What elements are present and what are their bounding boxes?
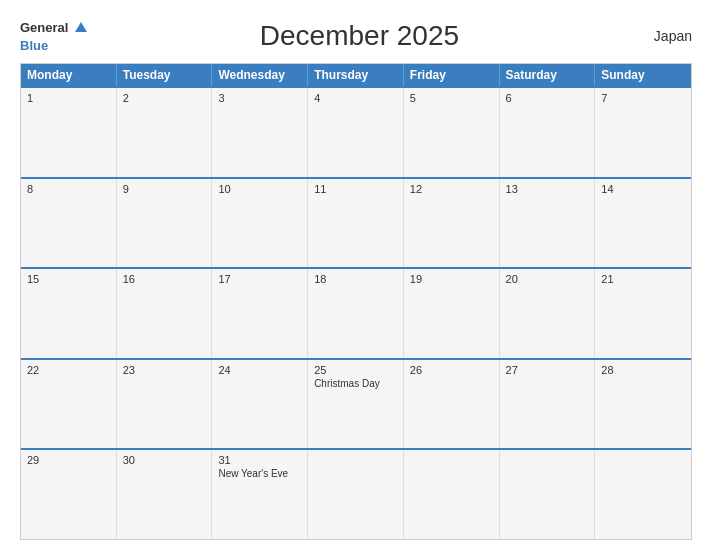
day-number: 18	[314, 273, 397, 285]
calendar-cell: 13	[500, 179, 596, 268]
calendar-cell	[404, 450, 500, 539]
header-sunday: Sunday	[595, 64, 691, 86]
day-number: 21	[601, 273, 685, 285]
calendar-cell: 21	[595, 269, 691, 358]
calendar-cell: 20	[500, 269, 596, 358]
day-number: 1	[27, 92, 110, 104]
calendar-cell: 10	[212, 179, 308, 268]
day-number: 7	[601, 92, 685, 104]
calendar-cell: 26	[404, 360, 500, 449]
header-tuesday: Tuesday	[117, 64, 213, 86]
day-number: 24	[218, 364, 301, 376]
calendar-page: General Blue December 2025 Japan Monday …	[0, 0, 712, 550]
header-saturday: Saturday	[500, 64, 596, 86]
day-number: 27	[506, 364, 589, 376]
calendar-cell: 17	[212, 269, 308, 358]
calendar-week-4: 22232425Christmas Day262728	[21, 358, 691, 449]
calendar-cell: 11	[308, 179, 404, 268]
calendar-cell: 2	[117, 88, 213, 177]
country-label: Japan	[632, 28, 692, 44]
calendar-cell: 24	[212, 360, 308, 449]
day-number: 14	[601, 183, 685, 195]
calendar-cell: 30	[117, 450, 213, 539]
calendar-cell: 16	[117, 269, 213, 358]
calendar-week-3: 15161718192021	[21, 267, 691, 358]
calendar-cell: 29	[21, 450, 117, 539]
header-thursday: Thursday	[308, 64, 404, 86]
header-wednesday: Wednesday	[212, 64, 308, 86]
header: General Blue December 2025 Japan	[20, 18, 692, 53]
calendar-cell: 25Christmas Day	[308, 360, 404, 449]
day-number: 19	[410, 273, 493, 285]
calendar-cell: 8	[21, 179, 117, 268]
calendar-cell	[595, 450, 691, 539]
calendar-cell: 1	[21, 88, 117, 177]
calendar-grid: Monday Tuesday Wednesday Thursday Friday…	[20, 63, 692, 540]
day-number: 20	[506, 273, 589, 285]
day-number: 16	[123, 273, 206, 285]
logo-blue: Blue	[20, 38, 48, 53]
day-number: 3	[218, 92, 301, 104]
calendar-cell: 3	[212, 88, 308, 177]
day-event: Christmas Day	[314, 378, 397, 389]
day-number: 17	[218, 273, 301, 285]
day-number: 8	[27, 183, 110, 195]
day-number: 15	[27, 273, 110, 285]
calendar-cell: 27	[500, 360, 596, 449]
calendar-title: December 2025	[87, 20, 632, 52]
calendar-cell: 14	[595, 179, 691, 268]
calendar-cell: 22	[21, 360, 117, 449]
day-number: 26	[410, 364, 493, 376]
calendar-cell: 15	[21, 269, 117, 358]
calendar-cell: 12	[404, 179, 500, 268]
day-number: 12	[410, 183, 493, 195]
calendar-header: Monday Tuesday Wednesday Thursday Friday…	[21, 64, 691, 86]
calendar-cell: 23	[117, 360, 213, 449]
calendar-cell	[308, 450, 404, 539]
logo: General Blue	[20, 18, 87, 53]
calendar-cell: 4	[308, 88, 404, 177]
day-number: 5	[410, 92, 493, 104]
calendar-week-5: 293031New Year's Eve	[21, 448, 691, 539]
header-monday: Monday	[21, 64, 117, 86]
day-number: 13	[506, 183, 589, 195]
day-number: 4	[314, 92, 397, 104]
calendar-cell: 9	[117, 179, 213, 268]
day-number: 29	[27, 454, 110, 466]
calendar-cell: 18	[308, 269, 404, 358]
day-number: 23	[123, 364, 206, 376]
day-number: 11	[314, 183, 397, 195]
calendar-cell: 31New Year's Eve	[212, 450, 308, 539]
day-number: 25	[314, 364, 397, 376]
calendar-cell: 6	[500, 88, 596, 177]
header-friday: Friday	[404, 64, 500, 86]
calendar-cell: 5	[404, 88, 500, 177]
day-number: 6	[506, 92, 589, 104]
logo-text: General	[20, 18, 87, 36]
logo-general: General	[20, 20, 68, 35]
day-number: 30	[123, 454, 206, 466]
calendar-cell	[500, 450, 596, 539]
day-number: 10	[218, 183, 301, 195]
calendar-cell: 7	[595, 88, 691, 177]
day-number: 31	[218, 454, 301, 466]
calendar-week-2: 891011121314	[21, 177, 691, 268]
day-event: New Year's Eve	[218, 468, 301, 479]
logo-triangle-icon	[75, 22, 87, 32]
day-number: 9	[123, 183, 206, 195]
calendar-cell: 19	[404, 269, 500, 358]
day-number: 22	[27, 364, 110, 376]
calendar-week-1: 1234567	[21, 86, 691, 177]
calendar-cell: 28	[595, 360, 691, 449]
day-number: 28	[601, 364, 685, 376]
calendar-body: 1234567891011121314151617181920212223242…	[21, 86, 691, 539]
day-number: 2	[123, 92, 206, 104]
